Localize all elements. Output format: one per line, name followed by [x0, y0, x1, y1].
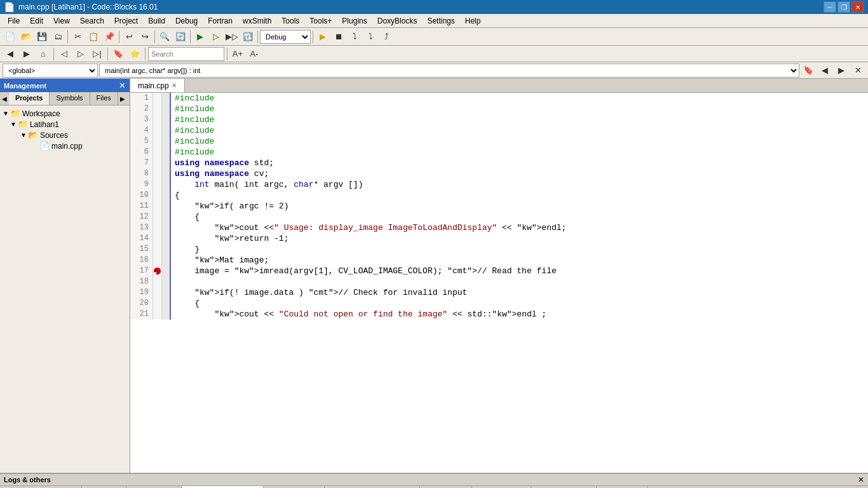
save-all-button[interactable]: 🗂 [50, 29, 65, 44]
menu-item-search[interactable]: Search [75, 14, 109, 27]
line-marker [153, 244, 162, 255]
menu-item-edit[interactable]: Edit [25, 14, 48, 27]
menu-item-tools+[interactable]: Tools+ [304, 14, 337, 27]
line-content[interactable]: int main( int argc, char* argv []) [171, 179, 868, 190]
line-content[interactable]: "kw">Mat image; [171, 255, 868, 266]
line-content[interactable]: "kw">cout <<" Usage: display_image Image… [171, 222, 868, 233]
menu-item-plugins[interactable]: Plugins [337, 14, 372, 27]
zoom-out-button[interactable]: A- [247, 46, 262, 62]
function-scope-dropdown[interactable]: main(int argc, char* argv[]) : int [99, 64, 799, 78]
search-input[interactable] [148, 47, 224, 61]
line-content[interactable]: { [171, 190, 868, 201]
editor-tab-maincpp[interactable]: main.cpp ✕ [130, 79, 185, 92]
run-button[interactable]: ▷ [208, 29, 224, 44]
management-close-button[interactable]: ✕ [119, 81, 126, 90]
line-content[interactable]: #include [171, 136, 868, 147]
next-bookmark-button[interactable]: ▶ [834, 63, 849, 78]
step-next-button[interactable]: ⤵ [347, 29, 362, 44]
menu-item-debug[interactable]: Debug [170, 14, 203, 27]
tab-symbols[interactable]: Symbols [50, 92, 90, 105]
menu-item-wxsmith[interactable]: wxSmith [238, 14, 276, 27]
new-button[interactable]: 📄 [3, 29, 18, 44]
debug-button[interactable]: ▶ [315, 29, 330, 44]
paste-button[interactable]: 📌 [102, 29, 117, 44]
line-content[interactable]: "kw">if( argc != 2) [171, 201, 868, 212]
code-line-3: 3#include [130, 114, 868, 125]
tab-files[interactable]: Files [90, 92, 118, 105]
menu-item-file[interactable]: File [3, 14, 25, 27]
menu-item-settings[interactable]: Settings [422, 14, 459, 27]
menu-item-help[interactable]: Help [460, 14, 486, 27]
home-button[interactable]: ⌂ [36, 46, 51, 62]
line-content[interactable]: } [171, 244, 868, 255]
line-content[interactable]: image = "kw">imread(argv[1], CV_LOAD_IMA… [171, 266, 868, 276]
workspace-arrow[interactable]: ▼ [3, 110, 9, 117]
line-content[interactable]: #include [171, 93, 868, 104]
logs-close-button[interactable]: ✕ [858, 475, 864, 484]
line-content[interactable]: #include [171, 125, 868, 136]
back-button[interactable]: ◀ [3, 46, 18, 62]
tab-projects[interactable]: Projects [9, 92, 50, 105]
find-button[interactable]: 🔍 [157, 29, 172, 44]
menu-item-fortran[interactable]: Fortran [203, 14, 238, 27]
zoom-in-button[interactable]: A+ [230, 46, 245, 62]
forward-button[interactable]: ▶ [19, 46, 34, 62]
line-content[interactable]: #include [171, 104, 868, 114]
clear-bookmarks-button[interactable]: ✕ [850, 63, 865, 78]
next-button[interactable]: ▷ [73, 46, 88, 62]
menu-item-doxyblocks[interactable]: DoxyBlocks [372, 14, 423, 27]
prev-button[interactable]: ◁ [57, 46, 72, 62]
tree-item-latihan1[interactable]: ▼ 📁 Latihan1 [0, 119, 130, 130]
add-bookmark-button[interactable]: 🔖 [801, 63, 816, 78]
global-scope-dropdown[interactable]: <global> [3, 64, 98, 78]
build-config-dropdown[interactable]: Debug Release [260, 30, 311, 44]
save-button[interactable]: 💾 [34, 29, 50, 44]
undo-button[interactable]: ↩ [121, 29, 137, 44]
management-header: Management ✕ [0, 79, 130, 92]
step-into-button[interactable]: ⤵ [363, 29, 378, 44]
prev-bookmark-button[interactable]: ◀ [817, 63, 832, 78]
menu-item-tools[interactable]: Tools [276, 14, 304, 27]
tree-item-workspace[interactable]: ▼ 📁 Workspace [0, 108, 130, 119]
menu-item-build[interactable]: Build [143, 14, 170, 27]
line-content[interactable]: #include [171, 114, 868, 125]
latihan1-arrow[interactable]: ▼ [10, 121, 17, 128]
line-content[interactable]: using namespace cv; [171, 168, 868, 179]
restore-button[interactable]: ❐ [837, 1, 850, 13]
line-content[interactable]: { [171, 298, 868, 309]
toggle-bookmark-button[interactable]: ⭐ [127, 46, 142, 62]
panel-prev-button[interactable]: ◀ [0, 92, 9, 105]
line-content[interactable] [171, 276, 868, 287]
cut-button[interactable]: ✂ [70, 29, 85, 44]
step-out-button[interactable]: ⤴ [379, 29, 394, 44]
sources-arrow[interactable]: ▼ [20, 132, 27, 139]
line-content[interactable]: #include [171, 147, 868, 158]
menu-item-view[interactable]: View [48, 14, 75, 27]
build-button[interactable]: ▶ [193, 29, 208, 44]
line-content[interactable]: "kw">cout << "Could not open or find the… [171, 309, 868, 320]
close-button[interactable]: ✕ [851, 1, 864, 13]
line-content[interactable]: "kw">return -1; [171, 233, 868, 244]
redo-button[interactable]: ↪ [137, 29, 153, 44]
tree-item-sources[interactable]: ▼ 📂 Sources [0, 130, 130, 140]
line-content[interactable]: "kw">if(! image.data ) "cmt">// Check fo… [171, 287, 868, 298]
build-run-button[interactable]: ▶▷ [224, 29, 240, 44]
tree-item-maincpp[interactable]: 📄 main.cpp [0, 140, 130, 151]
stop-debug-button[interactable]: ⏹ [331, 29, 346, 44]
rebuild-button[interactable]: 🔃 [240, 29, 255, 44]
line-content[interactable]: { [171, 212, 868, 222]
line-content[interactable]: using namespace std; [171, 158, 868, 168]
replace-button[interactable]: 🔄 [173, 29, 188, 44]
bookmark-button[interactable]: 🔖 [111, 46, 126, 62]
last-button[interactable]: ▷| [90, 46, 105, 62]
code-editor[interactable]: 1#include 2#include 3#include 4#include … [130, 93, 868, 473]
code-line-13: 13 "kw">cout <<" Usage: display_image Im… [130, 222, 868, 233]
menu-item-project[interactable]: Project [109, 14, 143, 27]
open-button[interactable]: 📂 [18, 29, 34, 44]
toolbar-nav: ◀ ▶ ⌂ ◁ ▷ ▷| 🔖 ⭐ A+ A- [0, 46, 868, 62]
panel-next-button[interactable]: ▶ [118, 92, 127, 105]
panel-tabs: ◀ Projects Symbols Files ▶ [0, 92, 130, 105]
minimize-button[interactable]: ─ [824, 1, 836, 13]
copy-button[interactable]: 📋 [86, 29, 101, 44]
tab-close-icon[interactable]: ✕ [172, 82, 177, 89]
